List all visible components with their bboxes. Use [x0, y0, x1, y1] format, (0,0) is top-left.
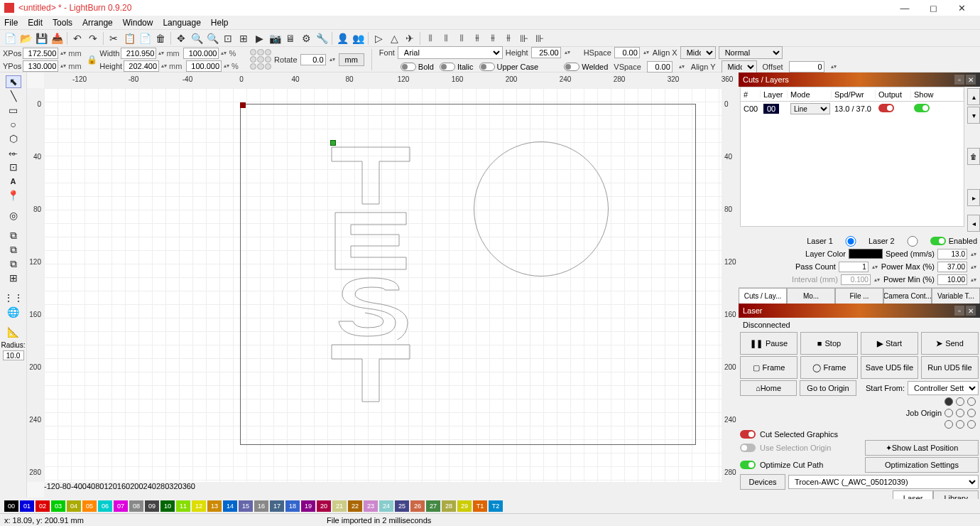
save-file-button[interactable]: Save UD5 file: [861, 356, 918, 379]
show-last-position-button[interactable]: ✦ Show Last Position: [865, 440, 979, 456]
monitor-icon[interactable]: 🖥: [283, 31, 298, 45]
hspace-input[interactable]: [614, 47, 640, 58]
align-middle-icon[interactable]: ⫵: [486, 31, 500, 45]
copy-icon[interactable]: 📋: [122, 31, 136, 45]
interval-input[interactable]: [841, 274, 871, 285]
camera-icon[interactable]: 📷: [268, 31, 282, 45]
menu-tools[interactable]: Tools: [53, 18, 72, 28]
layer-prev-button[interactable]: ◂: [967, 215, 980, 232]
text-height-input[interactable]: [531, 47, 561, 58]
color-swatch-T1[interactable]: T1: [473, 500, 487, 512]
zoom-fit-icon[interactable]: ⊡: [221, 31, 235, 45]
color-swatch-10[interactable]: 10: [160, 500, 175, 512]
pass-count-input[interactable]: [839, 262, 869, 272]
group-icon[interactable]: ⧉: [6, 229, 21, 242]
frame-rubber-button[interactable]: ◯ Frame: [800, 356, 858, 379]
color-swatch-25[interactable]: 25: [395, 500, 409, 512]
italic-toggle[interactable]: Italic: [440, 63, 474, 71]
device-select[interactable]: Trocen-AWC (_AWC_05012039): [788, 475, 979, 489]
font-select[interactable]: Arial: [398, 46, 503, 59]
select-tool-icon[interactable]: ⬉: [6, 75, 21, 88]
devices-button[interactable]: Devices: [740, 474, 785, 490]
start-from-select[interactable]: Controller Setting: [908, 381, 979, 395]
cut-icon[interactable]: ✂: [107, 31, 121, 45]
zoom-sel-icon[interactable]: ⊞: [236, 31, 251, 45]
text-tool-icon[interactable]: A: [6, 175, 21, 188]
new-icon[interactable]: 📄: [3, 31, 17, 45]
shape-letter-e[interactable]: [328, 209, 413, 273]
show-toggle[interactable]: [914, 104, 930, 112]
color-swatch-27[interactable]: 27: [426, 500, 440, 512]
color-swatch-16[interactable]: 16: [254, 500, 268, 512]
color-swatch-20[interactable]: 20: [317, 500, 331, 512]
close-button[interactable]: ✕: [947, 1, 976, 15]
color-swatch-23[interactable]: 23: [364, 500, 378, 512]
align-top-icon[interactable]: ⫵: [470, 31, 484, 45]
settings-icon[interactable]: ⚙: [299, 31, 313, 45]
color-swatch-26[interactable]: 26: [410, 500, 425, 512]
color-swatch-19[interactable]: 19: [301, 500, 315, 512]
tab-camera[interactable]: Camera Cont...: [883, 288, 932, 304]
menu-arrange[interactable]: Arrange: [82, 18, 113, 28]
tab-variable[interactable]: Variable T...: [932, 288, 980, 304]
user-icon[interactable]: 👤: [335, 31, 349, 45]
color-swatch-08[interactable]: 08: [129, 500, 143, 512]
color-swatch-14[interactable]: 14: [223, 500, 237, 512]
menu-edit[interactable]: Edit: [28, 18, 43, 28]
laser-panel-header[interactable]: Laser ▫✕: [739, 304, 980, 318]
layer-color-swatch[interactable]: [849, 249, 883, 259]
cut-selected-toggle[interactable]: [740, 430, 756, 439]
laser-panel-restore-icon[interactable]: ▫: [954, 306, 964, 316]
aligny-select[interactable]: Middle: [722, 60, 757, 73]
paste-icon[interactable]: 📄: [138, 31, 152, 45]
optimization-settings-button[interactable]: Optimization Settings: [865, 457, 979, 473]
save-icon[interactable]: 💾: [34, 31, 48, 45]
color-swatch-18[interactable]: 18: [285, 500, 300, 512]
color-swatch-24[interactable]: 24: [379, 500, 393, 512]
run-file-button[interactable]: Run UD5 file: [921, 356, 979, 379]
color-swatch-02[interactable]: 02: [36, 500, 50, 512]
flip-h-icon[interactable]: ▷: [371, 31, 386, 45]
measure-tool-icon[interactable]: 📐: [6, 326, 21, 338]
alignx-select[interactable]: Middle: [680, 46, 716, 59]
pan-icon[interactable]: ✥: [174, 31, 188, 45]
color-swatch-06[interactable]: 06: [98, 500, 112, 512]
color-swatch-00[interactable]: 00: [4, 500, 18, 512]
send-button[interactable]: ➤Send: [921, 332, 979, 355]
undo-icon[interactable]: ↶: [70, 31, 85, 45]
pause-button[interactable]: ❚❚Pause: [740, 332, 797, 355]
color-swatch-05[interactable]: 05: [82, 500, 97, 512]
layer-down-button[interactable]: ▾: [967, 107, 980, 124]
layer-row-c00[interactable]: C00 00 Line 13.0 / 37.0: [741, 102, 964, 116]
zoom-in-icon[interactable]: 🔍: [190, 31, 204, 45]
ypos-input[interactable]: [23, 60, 58, 72]
color-swatch-28[interactable]: 28: [442, 500, 456, 512]
power-min-input[interactable]: [937, 274, 967, 285]
shape-circle[interactable]: [474, 141, 609, 277]
rotate-input[interactable]: [300, 54, 326, 65]
grid-array-icon[interactable]: ⊞: [6, 272, 21, 284]
color-swatch-22[interactable]: 22: [348, 500, 362, 512]
line-tool-icon[interactable]: ╲: [6, 90, 21, 102]
layer-mode-select[interactable]: Line: [790, 103, 830, 114]
color-swatch-12[interactable]: 12: [192, 500, 206, 512]
laser-panel-close-icon[interactable]: ✕: [966, 306, 976, 316]
power-max-input[interactable]: [937, 262, 967, 272]
ungroup-icon[interactable]: ⧉: [6, 243, 21, 256]
width-input[interactable]: [121, 48, 156, 59]
menu-help[interactable]: Help: [211, 18, 229, 28]
anchor-grid[interactable]: [250, 49, 271, 70]
shape-letter-t1[interactable]: [328, 144, 413, 208]
zoom-out-icon[interactable]: 🔍: [205, 31, 219, 45]
color-swatch-15[interactable]: 15: [239, 500, 253, 512]
xpos-input[interactable]: [23, 48, 58, 59]
tab-file[interactable]: File ...: [835, 288, 883, 304]
grid-dots-icon[interactable]: ⋮⋮: [6, 291, 21, 304]
optimize-toggle[interactable]: [740, 461, 756, 469]
globe-icon[interactable]: 🌐: [6, 306, 21, 318]
welded-toggle[interactable]: Welded: [564, 63, 608, 71]
speed-input[interactable]: [937, 249, 967, 259]
minimize-button[interactable]: —: [891, 1, 919, 15]
scale-w-input[interactable]: [183, 48, 219, 59]
panel-close-icon[interactable]: ✕: [966, 75, 976, 85]
